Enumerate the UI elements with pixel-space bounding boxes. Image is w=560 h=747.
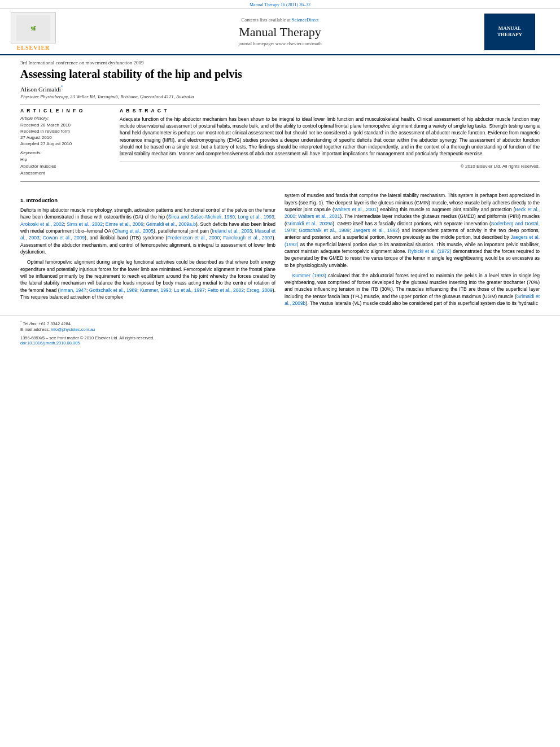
ref-grimaldi-2009a[interactable]: Grimaldi et al., 2009a (286, 221, 333, 226)
ref-grimaldi-2009ab[interactable]: Grimaldi et al., 2009a,b (146, 221, 196, 227)
keyword-1: Hip (20, 156, 111, 163)
footer-bottom: 1356-689X/$ – see front matter © 2010 El… (20, 335, 540, 346)
journal-header-left: 🌿 ELSEVIER (8, 12, 76, 51)
email-label: E-mail address: (20, 327, 50, 332)
journal-header: 🌿 ELSEVIER Contents lists available at S… (0, 9, 560, 55)
body-para-3: system of muscles and fascia that compri… (285, 192, 540, 268)
homepage-line: journal homepage: www.elsevier.com/math (76, 41, 484, 46)
elsevier-logo-image: 🌿 (11, 12, 56, 43)
body-para-2: Optimal femoropelvic alignment during si… (20, 259, 275, 300)
article-content: 3rd International conference on movement… (0, 55, 560, 190)
ref-sims[interactable]: Sims et al., 2002 (67, 221, 103, 227)
ref-eimre[interactable]: Eimre et al., 2006 (106, 221, 143, 227)
ref-rybicki[interactable]: Rybicki et al. (1972) (408, 248, 452, 254)
ref-jaegers2[interactable]: Jaegers et al. (1992) (285, 234, 540, 247)
journal-issue-label: Manual Therapy 16 (2011) 26–32 (250, 2, 310, 7)
elsevier-tree-icon: 🌿 (16, 15, 50, 41)
author-footnote-sup[interactable]: * (61, 85, 63, 90)
ref-erceg[interactable]: Erceg, 2009 (247, 287, 273, 293)
journal-header-right: MANUAL THERAPY (484, 14, 552, 50)
ref-lu[interactable]: Lu et al., 1997 (174, 287, 204, 293)
ref-grimaldi-2009b[interactable]: Grimaldi et al., 2009b (285, 294, 540, 306)
article-info-col: A R T I C L E I N F O Article history: R… (20, 108, 111, 177)
page: Manual Therapy 16 (2011) 26–32 🌿 ELSEVIE… (0, 0, 560, 349)
body-col-left: 1. Introduction Deficits in hip abductor… (20, 192, 275, 310)
keyword-3: Assessment (20, 170, 111, 177)
body-col-right: system of muscles and fascia that compri… (285, 192, 540, 310)
ref-chang[interactable]: Chang et al., 2005 (114, 228, 154, 234)
mt-logo-title: MANUAL THERAPY (497, 25, 522, 38)
conference-label: 3rd International conference on movement… (20, 60, 540, 65)
elsevier-wordmark: ELSEVIER (17, 45, 50, 51)
footer-license: 1356-689X/$ – see front matter © 2010 El… (20, 335, 154, 346)
received-revised-date: 27 August 2010 (20, 134, 111, 141)
journal-top-bar: Manual Therapy 16 (2011) 26–32 (0, 0, 560, 9)
email-link[interactable]: info@physiotec.com.au (51, 327, 95, 332)
author-name: Alison Grimaldi* (20, 85, 540, 93)
license-text: 1356-689X/$ – see front matter © 2010 El… (20, 335, 154, 340)
footnote-email: E-mail address: info@physiotec.com.au (20, 327, 540, 333)
article-info-header: A R T I C L E I N F O (20, 108, 111, 113)
keyword-2: Abductor muscles (20, 163, 111, 170)
ref-fredericson[interactable]: Fredericson et al., 2000 (167, 235, 220, 241)
abstract-col: A B S T R A C T Adequate function of the… (120, 108, 540, 177)
divider-2 (20, 181, 540, 182)
ref-walters[interactable]: Walters et al., 2001 (334, 207, 377, 212)
journal-header-center: Contents lists available at ScienceDirec… (76, 17, 484, 46)
ref-gottschalk[interactable]: Gottschalk et al., 1989 (89, 287, 137, 293)
abstract-header: A B S T R A C T (120, 108, 540, 113)
received-revised-label: Received in revised form (20, 128, 111, 134)
body-para-1: Deficits in hip abductor muscle morpholo… (20, 207, 275, 255)
ref-sirca[interactable]: Šírca and Sušec-Michieli, 1980 (168, 214, 235, 220)
journal-title: Manual Therapy (76, 25, 484, 40)
copyright-line: © 2010 Elsevier Ltd. All rights reserved… (120, 161, 540, 169)
ref-gottschalk2[interactable]: Gottschalk et al., 1989 (299, 228, 349, 233)
contents-line: Contents lists available at ScienceDirec… (76, 17, 484, 23)
doi-link[interactable]: doi:10.1016/j.math.2010.08.005 (20, 340, 154, 346)
abstract-text: Adequate function of the hip abductor me… (120, 116, 540, 158)
author-affiliation: Physiotec Physiotherapy, 23 Weller Rd, T… (20, 94, 540, 99)
ref-jaegers[interactable]: Jaegers et al., 1992 (353, 228, 398, 233)
body-columns: 1. Introduction Deficits in hip abductor… (0, 192, 560, 310)
article-history-label: Article history: (20, 116, 111, 121)
ref-long[interactable]: Long et al., 1993 (238, 214, 274, 220)
ref-walters2[interactable]: Walters et al., 2001 (298, 213, 340, 219)
svg-text:🌿: 🌿 (30, 25, 36, 31)
footnote-sup: * (20, 320, 21, 324)
ref-fetto[interactable]: Fetto et al., 2002 (208, 287, 244, 293)
ref-kummer[interactable]: Kummer, 1993 (140, 287, 171, 293)
ref-inman[interactable]: Inman, 1947 (60, 287, 86, 293)
article-title: Assessing lateral stability of the hip a… (20, 67, 540, 81)
ref-cowan[interactable]: Cowan et al., 2009 (43, 235, 85, 241)
section1-heading: 1. Introduction (20, 196, 275, 204)
ref-ireland[interactable]: Ireland et al., 2003 (212, 228, 252, 234)
divider (20, 104, 540, 104)
ref-kummer2[interactable]: Kummer (1993) (292, 273, 326, 278)
accepted-date: Accepted 27 August 2010 (20, 141, 111, 147)
received-date: Received 28 March 2010 (20, 122, 111, 128)
ref-arokoski[interactable]: Arokoski et al., 2002 (20, 221, 64, 227)
elsevier-logo-container: 🌿 ELSEVIER (8, 12, 59, 51)
keywords-label: Keywords: (20, 150, 111, 155)
manual-therapy-logo: MANUAL THERAPY (484, 14, 535, 50)
footnote-tel: * Tel./fax: +61 7 3342 4284. (20, 320, 540, 327)
article-footer: * Tel./fax: +61 7 3342 4284. E-mail addr… (0, 316, 560, 349)
article-meta-row: A R T I C L E I N F O Article history: R… (20, 108, 540, 177)
sciencedirect-link[interactable]: ScienceDirect (292, 17, 319, 23)
body-para-4: Kummer (1993) calculated that the abduct… (285, 272, 540, 307)
ref-fairclough[interactable]: Fairclough et al., 2007 (223, 235, 273, 241)
